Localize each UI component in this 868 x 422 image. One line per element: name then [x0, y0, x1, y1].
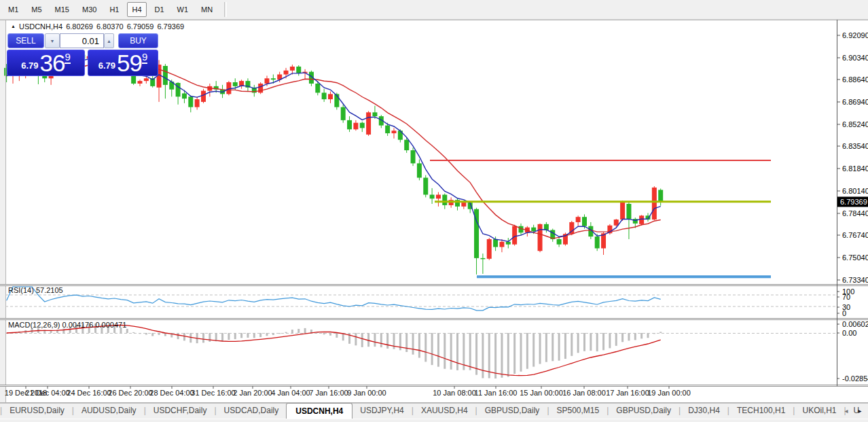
timeframe-button-M1[interactable]: M1 — [3, 2, 23, 17]
macd-histogram-bar — [653, 333, 655, 334]
chart-tab-AUDUSD-Daily[interactable]: AUDUSD,Daily — [74, 403, 144, 419]
timeframe-button-M30[interactable]: M30 — [77, 2, 101, 17]
macd-histogram-bar — [234, 333, 236, 339]
one-click-trade-panel: SELL ▼ ▲ BUY 6.79 36 9 6.79 59 9 — [7, 33, 158, 76]
macd-histogram-bar — [577, 333, 579, 353]
chart-tab-DJ30-H4[interactable]: DJ30,H4 — [681, 403, 727, 419]
buy-button[interactable]: BUY — [118, 33, 158, 48]
candle-body — [163, 66, 168, 85]
candle-body — [512, 226, 517, 245]
macd-histogram-bar — [62, 328, 65, 333]
buy-price-big: 59 — [117, 53, 142, 73]
timeframe-button-W1[interactable]: W1 — [173, 2, 194, 17]
time-axis-label: 11 Jan 16:00 — [475, 389, 518, 397]
price-axis-label: 6.75040 — [842, 253, 868, 262]
macd-histogram-bar — [386, 333, 388, 349]
macd-histogram-bar — [126, 329, 128, 333]
chart-tab-USDCAD-Daily[interactable]: USDCAD,Daily — [217, 403, 287, 419]
timeframe-button-M15[interactable]: M15 — [50, 2, 74, 17]
chart-header: ▲ USDCNH,H4 6.80269 6.80370 6.79059 6.79… — [11, 22, 184, 31]
candle-body — [347, 120, 352, 129]
symbol-period-label: USDCNH,H4 — [19, 22, 62, 31]
macd-histogram-bar — [609, 333, 611, 348]
sell-button[interactable]: SELL — [7, 33, 44, 48]
candle-body — [417, 163, 422, 177]
candle-body — [423, 178, 428, 195]
chart-tab-USDJPY-H4[interactable]: USDJPY,H4 — [352, 403, 411, 419]
macd-histogram-bar — [323, 333, 325, 334]
price-axis-label: 6.78440 — [842, 209, 868, 217]
timeframe-button-D1[interactable]: D1 — [150, 2, 169, 17]
buy-price-button[interactable]: 6.79 59 9 — [88, 50, 158, 76]
chart-tab-USDCHF-Daily[interactable]: USDCHF,Daily — [146, 403, 215, 419]
chart-tab-USDCNH-H4[interactable]: USDCNH,H4 — [286, 403, 352, 419]
chart-tab-TECH100-H1[interactable]: TECH100,H1 — [729, 403, 793, 419]
macd-histogram-bar — [209, 333, 211, 342]
tabs-scroll-right-icon[interactable]: ▸ — [856, 407, 864, 415]
time-axis-label: 2 Jan 20:00 — [233, 389, 272, 397]
candle-body — [188, 96, 193, 107]
sell-price-button[interactable]: 6.79 36 9 — [7, 50, 85, 76]
macd-histogram-bar — [437, 333, 439, 367]
macd-histogram-bar — [583, 333, 585, 351]
candle-body — [652, 188, 657, 219]
macd-histogram-bar — [513, 333, 516, 374]
macd-histogram-bar — [355, 333, 357, 345]
macd-histogram-bar — [374, 333, 376, 347]
ohlc-high: 6.80370 — [96, 22, 124, 31]
price-axis-label: 6.76740 — [842, 231, 868, 239]
macd-histogram-bar — [501, 333, 503, 378]
candle-body — [182, 93, 187, 99]
candle-body — [385, 126, 390, 134]
candle-body — [131, 75, 136, 84]
chart-tab-GBPUSD-Daily[interactable]: GBPUSD,Daily — [477, 403, 547, 419]
time-axis-label: 4 Jan 04:00 — [271, 389, 310, 397]
time-axis-label: 19 Jan 00:00 — [647, 389, 691, 397]
candle-body — [487, 239, 492, 259]
timeframe-button-H4[interactable]: H4 — [127, 2, 146, 17]
lot-increase-button[interactable]: ▲ — [104, 33, 114, 48]
lot-decrease-button[interactable]: ▼ — [45, 33, 60, 48]
tabs-scroll-left-icon[interactable]: ◂ — [842, 407, 850, 415]
macd-histogram-bar — [297, 329, 300, 333]
price-axis-label: 6.88640 — [842, 75, 868, 84]
timeframe-button-M5[interactable]: M5 — [26, 2, 46, 17]
chart-tab-SP500-M15[interactable]: SP500,M15 — [549, 403, 607, 419]
macd-histogram-bar — [405, 333, 408, 352]
candle-body — [461, 203, 466, 207]
macd-histogram-bar — [640, 333, 643, 338]
chart-tab-EURUSD-Daily[interactable]: EURUSD,Daily — [2, 403, 72, 419]
timeframe-button-MN[interactable]: MN — [196, 2, 217, 17]
candle-body — [195, 99, 200, 107]
candle-body — [372, 112, 377, 116]
collapse-icon[interactable]: ▲ — [11, 24, 16, 29]
toolbar-separator — [224, 2, 227, 17]
ohlc-open: 6.80269 — [66, 22, 93, 31]
macd-label: MACD(12,26,9) 0.004176 0.000471 — [8, 321, 126, 329]
chart-tab-GBPUSD-Daily[interactable]: GBPUSD,Daily — [609, 403, 679, 419]
macd-histogram-bar — [291, 330, 293, 333]
ohlc-close: 6.79369 — [157, 22, 184, 31]
macd-histogram-bar — [545, 333, 547, 362]
candle-body — [633, 219, 638, 224]
macd-histogram-bar — [272, 333, 274, 335]
candle-body — [626, 204, 631, 219]
price-axis-label: 6.85240 — [842, 120, 868, 128]
lot-size-input[interactable] — [60, 33, 104, 48]
macd-histogram-bar — [526, 333, 528, 369]
candle-body — [538, 224, 543, 251]
macd-histogram-bar — [469, 333, 471, 370]
macd-histogram-bar — [139, 333, 141, 334]
macd-histogram-bar — [615, 333, 617, 346]
chart-tab-UKOil-H1[interactable]: UKOil,H1 — [795, 403, 844, 419]
macd-histogram-bar — [431, 333, 433, 365]
chart-tab-XAUUSD-H4[interactable]: XAUUSD,H4 — [414, 403, 475, 419]
macd-axis-label: -0.028549 — [842, 374, 868, 383]
price-axis-label: 6.80140 — [842, 187, 868, 195]
timeframe-button-H1[interactable]: H1 — [105, 2, 124, 17]
macd-histogram-bar — [444, 333, 446, 369]
candle-body — [265, 78, 270, 84]
macd-histogram-bar — [266, 333, 268, 336]
candle-body — [576, 217, 581, 222]
time-axis-label: 15 Jan 00:00 — [520, 389, 563, 397]
